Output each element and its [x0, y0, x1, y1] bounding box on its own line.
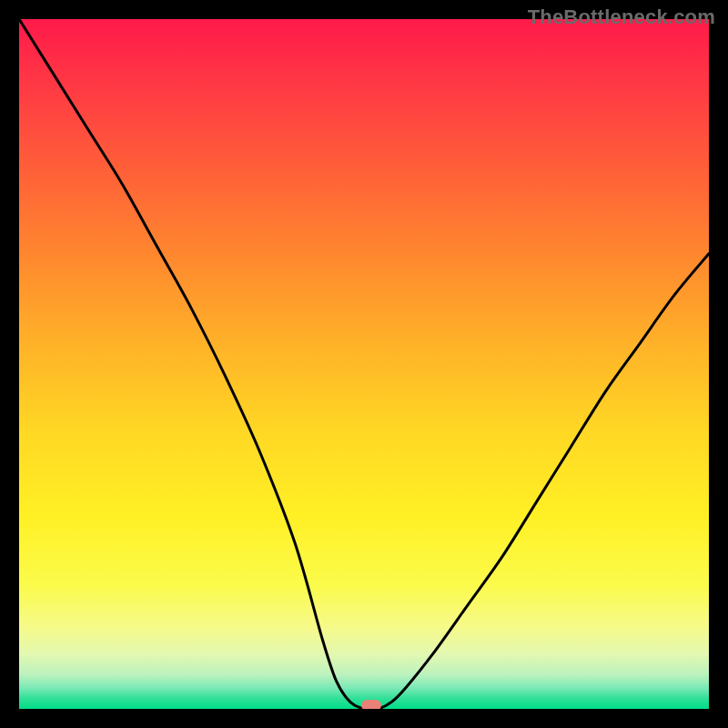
plot-area [19, 19, 709, 709]
bottleneck-curve [19, 19, 709, 709]
chart-frame: TheBottleneck.com [0, 0, 728, 728]
watermark-text: TheBottleneck.com [528, 5, 715, 29]
optimum-marker [361, 700, 381, 709]
